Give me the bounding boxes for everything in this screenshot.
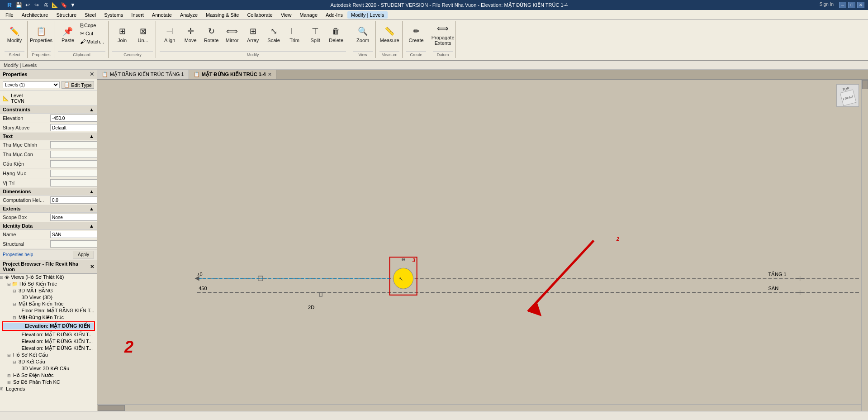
create-ribbon-btn[interactable]: ✏ Create xyxy=(406,22,426,47)
propagate-extents-btn[interactable]: ⟺ Propagate Extents xyxy=(433,22,453,47)
prop-vi-tri-input[interactable] xyxy=(50,179,97,186)
pb-3d-mat-bang[interactable]: ⊟ 3D MẶT BẰNG xyxy=(0,287,97,294)
rotate-btn[interactable]: ↻ Rotate xyxy=(201,22,221,47)
maximize-btn[interactable]: □ xyxy=(848,2,855,8)
save-btn[interactable]: 💾 xyxy=(14,1,23,9)
canvas-viewport[interactable]: TẦNG 1 SÀN ±0 -450 ↖ xyxy=(97,80,868,411)
menu-modify-levels[interactable]: Modify | Levels xyxy=(347,11,388,19)
cut-btn[interactable]: ✂ Cut xyxy=(79,30,105,37)
app-menu-btn[interactable]: R xyxy=(5,1,14,9)
menu-massing[interactable]: Massing & Site xyxy=(202,11,242,19)
measure-btn[interactable]: 📐 xyxy=(51,1,59,9)
prop-scope-box-input[interactable] xyxy=(50,214,97,221)
window-controls[interactable]: Sign In ─ □ ✕ xyxy=(820,2,864,8)
section-text[interactable]: Text ▲ xyxy=(0,133,97,140)
pb-content[interactable]: ⊟ 👁 Views (Hồ Sơ Thiết Kế) ⊟ 📁 Hồ Sơ Kiế… xyxy=(0,274,97,392)
menu-collaborate[interactable]: Collaborate xyxy=(243,11,276,19)
section-constraints[interactable]: Constraints ▲ xyxy=(0,106,97,114)
join-btn[interactable]: ⊞ Join xyxy=(112,22,132,47)
pb-elevation-3[interactable]: Elevation: MẶT ĐỨNG KIẾN T... xyxy=(0,338,97,345)
pb-ho-so-kien-truc[interactable]: ⊟ 📁 Hồ Sơ Kiến Trúc xyxy=(0,281,97,287)
properties-help-link[interactable]: Properties help xyxy=(3,252,33,257)
pb-mat-dung-kien-truc[interactable]: ⊟ Mặt Đứng Kiến Trúc xyxy=(0,314,97,321)
sign-in-btn[interactable]: Sign In xyxy=(820,2,837,8)
properties-ribbon-btn[interactable]: 📋 Properties xyxy=(31,22,51,47)
pb-elevation-4[interactable]: Elevation: MẶT ĐỨNG KIẾN T... xyxy=(0,345,97,352)
move-btn[interactable]: ✛ Move xyxy=(180,22,200,47)
tab-mat-dung-close[interactable]: ✕ xyxy=(268,72,271,77)
close-btn[interactable]: ✕ xyxy=(857,2,864,8)
prop-computation-input[interactable] xyxy=(50,196,97,204)
menu-architecture[interactable]: Architecture xyxy=(18,11,52,19)
menu-manage[interactable]: Manage xyxy=(296,11,321,19)
pb-ho-so-dien-nuoc[interactable]: ⊞ Hồ Sơ Điện Nước xyxy=(0,372,97,379)
prop-thu-muc-chinh-input[interactable] xyxy=(50,141,97,148)
menu-insert[interactable]: Insert xyxy=(128,11,147,19)
scrollbar-vertical[interactable] xyxy=(861,80,868,411)
prop-hang-muc-input[interactable] xyxy=(50,170,97,177)
quick-access-toolbar[interactable]: R 💾 ↩ ↪ 🖨 📐 🔖 ▼ xyxy=(4,1,79,9)
menu-systems[interactable]: Systems xyxy=(100,11,127,19)
menu-structure[interactable]: Structure xyxy=(52,11,80,19)
align-btn[interactable]: ⊣ Align xyxy=(160,22,180,47)
menu-annotate[interactable]: Annotate xyxy=(148,11,175,19)
redo-btn[interactable]: ↪ xyxy=(33,1,41,9)
match-btn[interactable]: 🖌 Match... xyxy=(79,38,105,45)
trim-btn[interactable]: ⊢ Trim xyxy=(285,22,304,47)
prop-elevation-input[interactable] xyxy=(50,115,97,122)
viewcube[interactable]: TOP FRONT xyxy=(836,84,859,107)
unjoin-btn[interactable]: ⊠ Un... xyxy=(133,22,153,47)
menu-addins[interactable]: Add-Ins xyxy=(322,11,346,19)
pb-3d-view-kc[interactable]: 3D View: 3D Kết Cấu xyxy=(0,365,97,372)
edit-type-btn[interactable]: 📋 Edit Type xyxy=(62,81,94,89)
paste-btn[interactable]: 📌 Paste xyxy=(58,22,78,47)
pb-floor-plan[interactable]: Floor Plan: MẶT BẰNG KIẾN T... xyxy=(0,307,97,314)
zoom-icon: 🔍 xyxy=(357,26,368,37)
tab-mat-dung[interactable]: 📋 MẶT ĐỨNG KIẾN TRÚC 1-4 ✕ xyxy=(189,70,276,79)
properties-close-btn[interactable]: ✕ xyxy=(90,71,94,77)
scale-btn[interactable]: ⤡ Scale xyxy=(264,22,284,47)
prop-story-above-input[interactable] xyxy=(50,124,97,131)
minimize-btn[interactable]: ─ xyxy=(839,2,846,8)
zoom-btn[interactable]: 🔍 Zoom xyxy=(353,22,373,47)
print-btn[interactable]: 🖨 xyxy=(42,1,50,9)
pb-elevation-selected[interactable]: Elevation: MẶT ĐỨNG KIẾN xyxy=(3,323,94,329)
menu-file[interactable]: File xyxy=(2,11,17,19)
type-dropdown[interactable]: Levels (1) xyxy=(3,81,60,88)
undo-btn[interactable]: ↩ xyxy=(24,1,32,9)
scrollbar-horizontal[interactable] xyxy=(97,404,861,411)
scrollbar-thumb-h[interactable] xyxy=(98,405,125,411)
measure-ribbon-btn[interactable]: 📏 Measure xyxy=(379,22,399,47)
copy-btn[interactable]: ⎘ Cope xyxy=(79,22,105,29)
pb-so-do-phan-tich[interactable]: ⊞ Sơ Đồ Phân Tích KC xyxy=(0,379,97,386)
prop-thu-muc-con-input[interactable] xyxy=(50,151,97,158)
prop-name-input[interactable] xyxy=(50,231,97,238)
pb-ho-so-ket-cau[interactable]: ⊟ Hồ Sơ Kết Cấu xyxy=(0,352,97,358)
pb-elevation-2[interactable]: Elevation: MẶT ĐỨNG KIẾN T... xyxy=(0,331,97,338)
menu-view[interactable]: View xyxy=(277,11,295,19)
ribbon-group-modify-content: ⊣ Align ✛ Move ↻ Rotate ⟺ Mirror ⊞ Arr xyxy=(160,22,346,51)
split-btn[interactable]: ⊤ Split xyxy=(305,22,325,47)
prop-cau-kien-input[interactable] xyxy=(50,160,97,167)
apply-btn[interactable]: Apply xyxy=(73,251,94,258)
pb-close-btn[interactable]: ✕ xyxy=(90,264,94,270)
pb-3d-view[interactable]: 3D View: {3D} xyxy=(0,294,97,301)
scrollbar-thumb-v[interactable] xyxy=(862,80,868,89)
pb-3d-ket-cau[interactable]: ⊟ 3D Kết Cấu xyxy=(0,358,97,365)
mirror-btn[interactable]: ⟺ Mirror xyxy=(222,22,242,47)
pb-views-root[interactable]: ⊟ 👁 Views (Hồ Sơ Thiết Kế) xyxy=(0,274,97,281)
pb-mat-bang-kien-truc[interactable]: ⊟ Mặt Bằng Kiến Trúc xyxy=(0,301,97,307)
qat-more-btn[interactable]: ▼ xyxy=(69,1,77,9)
menu-analyze[interactable]: Analyze xyxy=(176,11,201,19)
menu-steel[interactable]: Steel xyxy=(81,11,100,19)
tab-mat-bang[interactable]: 📋 MẶT BẰNG KIẾN TRÚC TẦNG 1 xyxy=(97,70,189,79)
tag-btn[interactable]: 🔖 xyxy=(60,1,68,9)
delete-btn[interactable]: 🗑 Delete xyxy=(326,22,346,47)
array-btn[interactable]: ⊞ Array xyxy=(243,22,263,47)
pb-legends[interactable]: ⊞ Legends xyxy=(0,386,97,392)
modify-btn[interactable]: ✏️ Modify xyxy=(5,22,24,47)
prop-structural-input[interactable] xyxy=(50,240,97,248)
section-extents[interactable]: Extents ▲ xyxy=(0,205,97,213)
section-identity[interactable]: Identity Data ▲ xyxy=(0,222,97,230)
section-dimensions[interactable]: Dimensions ▲ xyxy=(0,188,97,196)
